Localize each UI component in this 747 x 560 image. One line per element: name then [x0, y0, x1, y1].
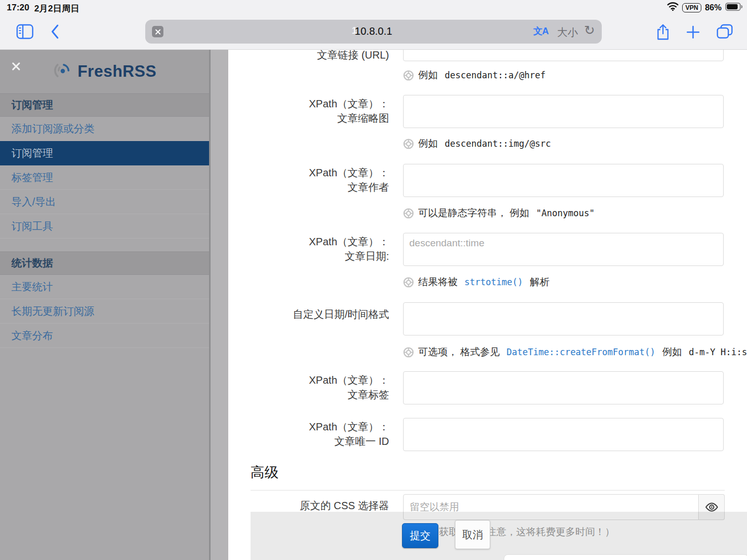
status-date: 2月2日周日 — [34, 3, 79, 15]
field-label-css-selector: 原文的 CSS 选择器 — [228, 498, 389, 513]
sidebar-gap — [0, 239, 209, 251]
back-icon[interactable] — [48, 23, 62, 40]
help-code: descendant::a/@href — [445, 70, 545, 80]
help-date: 结果将被 strtotime() 解析 — [403, 275, 549, 289]
field-label-datetime-format: 自定义日期/时间格式 — [228, 307, 389, 321]
battery-percent: 86% — [705, 3, 722, 12]
safari-toolbar: 1 10.8.0.1 文A 大小 ↻ — [0, 16, 747, 49]
sidebar-header: FreshRSS — [0, 49, 209, 93]
clipped-next-input — [504, 554, 747, 560]
sidebar-section-subscription: 订阅管理 — [0, 93, 209, 117]
logo-text: FreshRSS — [77, 62, 156, 81]
help-text: 可以是静态字符串， 例如 — [418, 206, 532, 220]
help-buoy-icon — [403, 277, 414, 288]
clock: 17:20 — [7, 3, 29, 13]
sidebar-item-idle-feeds[interactable]: 长期无更新订阅源 — [0, 299, 209, 324]
cancel-button[interactable]: 取消 — [455, 520, 490, 549]
sidebar-item-subscription-tools[interactable]: 订阅工具 — [0, 214, 209, 239]
unique-id-xpath-textarea[interactable] — [403, 418, 724, 451]
help-article-url: 例如 descendant::a/@href — [403, 68, 546, 82]
tabs-overview-icon[interactable] — [716, 23, 734, 40]
sidebar-toggle-icon[interactable] — [16, 23, 34, 40]
help-buoy-icon — [403, 70, 414, 81]
advanced-section-heading: 高级 — [251, 463, 279, 482]
eye-icon — [705, 502, 718, 512]
help-author: 可以是静态字符串， 例如 "Anonymous" — [403, 206, 594, 220]
help-text: 解析 — [527, 275, 549, 289]
help-datetime-format: 可选项， 格式参见 DateTime::createFromFormat() 例… — [403, 345, 747, 359]
battery-icon — [725, 3, 743, 13]
field-label-author: XPath（文章）： 文章作者 — [228, 165, 389, 194]
translate-icon[interactable]: 文A — [533, 25, 548, 37]
help-text: 结果将被 — [418, 275, 460, 289]
help-code: "Anonymous" — [536, 208, 595, 218]
freshrss-logo[interactable]: FreshRSS — [52, 60, 156, 83]
text-size-button[interactable]: 大小 — [557, 25, 578, 39]
help-thumbnail: 例如 descendant::img/@src — [403, 137, 551, 150]
sidebar-item-label-management[interactable]: 标签管理 — [0, 165, 209, 190]
help-text: 例如 — [659, 345, 685, 359]
help-text: 可选项， 格式参见 — [418, 345, 503, 359]
field-label-thumbnail: XPath（文章）： 文章缩略图 — [228, 96, 389, 125]
help-text: 例如 — [418, 68, 440, 82]
datetime-format-textarea[interactable] — [403, 302, 724, 335]
vpn-badge: VPN — [682, 3, 701, 12]
help-code: descendant::img/@src — [445, 138, 551, 149]
address-bar[interactable]: 1 10.8.0.1 文A 大小 ↻ — [145, 20, 602, 44]
rss-logo-icon — [52, 60, 73, 83]
new-tab-plus-icon[interactable] — [686, 25, 700, 39]
help-buoy-icon — [403, 208, 414, 219]
dim-overlay-strip — [211, 49, 228, 560]
form-footer-overlay: 获取 注意，这将耗费更多时间！） 提交 取消 — [251, 512, 747, 560]
sidebar-item-main-statistics[interactable]: 主要统计 — [0, 275, 209, 299]
close-icon[interactable] — [11, 62, 22, 72]
sidebar-item-import-export[interactable]: 导入/导出 — [0, 190, 209, 214]
sidebar: FreshRSS 订阅管理 添加订阅源或分类 订阅管理 标签管理 导入/导出 订… — [0, 49, 211, 560]
help-buoy-icon — [403, 347, 414, 358]
strtotime-link[interactable]: strtotime() — [464, 277, 523, 287]
share-icon[interactable] — [655, 23, 671, 41]
obscured-help-text: 注意，这将耗费更多时间！） — [487, 525, 615, 539]
field-label-unique-id: XPath（文章）： 文章唯一 ID — [228, 419, 389, 449]
browser-chrome: 17:20 2月2日周日 VPN 86% — [0, 0, 747, 50]
author-xpath-textarea[interactable] — [403, 164, 724, 197]
help-text: 例如 — [418, 137, 440, 150]
submit-button[interactable]: 提交 — [402, 523, 438, 548]
date-xpath-textarea[interactable] — [403, 233, 724, 266]
field-label-date: XPath（文章）： 文章日期: — [228, 234, 389, 263]
field-label-article-url: 文章链接 (URL) — [228, 48, 389, 62]
reload-icon[interactable]: ↻ — [584, 23, 595, 38]
sidebar-section-statistics: 统计数据 — [0, 251, 209, 275]
sidebar-item-article-distribution[interactable]: 文章分布 — [0, 324, 209, 348]
screen: 17:20 2月2日周日 VPN 86% — [0, 0, 747, 560]
help-buoy-icon — [403, 138, 414, 149]
thumbnail-xpath-textarea[interactable] — [403, 95, 724, 128]
sidebar-item-add-feed[interactable]: 添加订阅源或分类 — [0, 117, 209, 141]
help-code: d-m-Y H:i:s — [689, 347, 747, 357]
tags-xpath-textarea[interactable] — [403, 371, 724, 404]
section-divider — [251, 490, 725, 491]
wifi-icon — [667, 2, 679, 13]
status-bar: 17:20 2月2日周日 VPN 86% — [0, 0, 747, 16]
xpath-settings-form: 文章链接 (URL) 例如 descendant::a/@href XPath（… — [228, 49, 747, 560]
field-label-tags: XPath（文章）： 文章标签 — [228, 373, 389, 402]
createfromformat-link[interactable]: DateTime::createFromFormat() — [507, 347, 656, 357]
status-right: VPN 86% — [667, 2, 743, 13]
sidebar-item-subscription-management[interactable]: 订阅管理 — [0, 141, 209, 165]
